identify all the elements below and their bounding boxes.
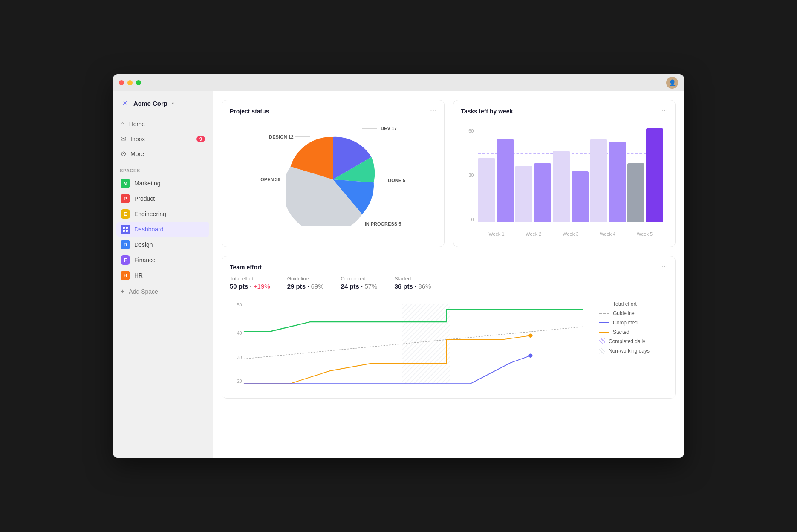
pie-label-design: DESIGN 12	[269, 133, 312, 141]
space-avatar-finance: F	[121, 255, 130, 265]
space-label-engineering: Engineering	[134, 211, 166, 217]
svg-text:50: 50	[237, 303, 242, 307]
sidebar-item-inbox[interactable]: ✉ Inbox 9	[116, 131, 209, 146]
stat-completed-label: Completed	[341, 276, 378, 282]
bar-group-week5	[627, 128, 663, 222]
space-label-finance: Finance	[134, 257, 156, 263]
bar-week2-2	[534, 163, 551, 222]
project-status-title: Project status	[230, 108, 436, 115]
x-label-week2: Week 2	[515, 231, 552, 237]
minimize-button[interactable]	[127, 80, 133, 85]
space-label-product: Product	[134, 195, 155, 202]
bar-week4-1	[590, 139, 607, 222]
add-space-label: Add Space	[129, 288, 158, 295]
space-avatar-dashboard	[121, 225, 130, 234]
top-row: Project status ···	[222, 100, 676, 247]
line-chart-svg: 50 40 30 20	[230, 297, 591, 390]
project-status-card: Project status ···	[222, 100, 445, 247]
space-label-dashboard: Dashboard	[134, 226, 164, 233]
company-name: Acme Corp	[133, 100, 167, 107]
inbox-icon: ✉	[121, 135, 126, 143]
x-labels: Week 1 Week 2 Week 3 Week 4 Week 5	[478, 231, 664, 237]
space-avatar-product: P	[121, 194, 130, 203]
space-item-dashboard[interactable]: Dashboard	[116, 222, 209, 237]
space-item-finance[interactable]: F Finance	[116, 252, 209, 268]
sidebar-item-home[interactable]: ⌂ Home	[116, 117, 209, 131]
team-effort-menu[interactable]: ···	[661, 263, 668, 271]
bar-group-week2	[515, 163, 551, 222]
team-effort-card: Team effort ··· Total effort 50 pts · +1…	[222, 256, 676, 399]
add-space-icon: +	[121, 288, 124, 295]
maximize-button[interactable]	[136, 80, 141, 85]
legend-completed-daily: Completed daily	[599, 338, 667, 344]
bar-group-week1	[478, 139, 514, 222]
legend-label-completed: Completed	[613, 320, 638, 326]
svg-rect-0	[123, 227, 125, 229]
spaces-header: Spaces	[113, 161, 213, 176]
bar-week5-2	[646, 128, 663, 222]
inbox-badge: 9	[196, 136, 205, 142]
sidebar-item-more[interactable]: ⊙ More	[116, 146, 209, 161]
line-chart-wrapper: 50 40 30 20	[230, 297, 667, 390]
bar-week5-1	[627, 163, 644, 222]
legend-guideline: Guideline	[599, 310, 667, 316]
stat-guideline-label: Guideline	[287, 276, 324, 282]
legend-line-started	[599, 332, 609, 332]
tasks-menu[interactable]: ···	[661, 107, 668, 115]
star-icon: ✳	[122, 98, 128, 108]
stat-guideline-value: 29 pts · 69%	[287, 283, 324, 290]
space-item-product[interactable]: P Product	[116, 191, 209, 206]
svg-rect-2	[123, 230, 125, 232]
add-space-button[interactable]: + Add Space	[116, 285, 209, 298]
app-window: 👤 ✳ Acme Corp ▾ ⌂ Home ✉ Inbox 9	[113, 74, 684, 458]
bar-week2-1	[515, 166, 532, 222]
bar-week3-1	[553, 151, 570, 222]
pie-chart-container: DEV 17 DONE 5 IN PROGRESS 5 OPEN 36	[230, 120, 436, 239]
legend-label-started: Started	[613, 329, 630, 335]
legend-started: Started	[599, 329, 667, 335]
y-label-60: 60	[468, 128, 474, 133]
stat-started: Started 36 pts · 86%	[394, 276, 431, 290]
home-icon: ⌂	[121, 120, 125, 128]
spaces-list: M Marketing P Product E Engineering	[113, 176, 213, 283]
line-chart-area: 50 40 30 20	[230, 297, 591, 390]
space-label-design: Design	[134, 241, 153, 248]
sidebar-logo[interactable]: ✳ Acme Corp ▾	[113, 98, 213, 117]
svg-text:20: 20	[237, 379, 242, 384]
legend-line-total	[599, 304, 609, 304]
chevron-down-icon: ▾	[172, 101, 174, 106]
pie-label-inprogress: IN PROGRESS 5	[365, 221, 401, 226]
legend-hatch-completed	[599, 338, 605, 344]
pie-label-dev: DEV 17	[362, 124, 397, 133]
bars-container	[478, 128, 664, 222]
titlebar: 👤	[113, 74, 684, 91]
sidebar-nav: ⌂ Home ✉ Inbox 9 ⊙ More	[113, 117, 213, 161]
project-status-menu[interactable]: ···	[430, 107, 437, 115]
bar-week3-2	[572, 171, 589, 222]
user-avatar[interactable]: 👤	[666, 77, 678, 89]
app-body: ✳ Acme Corp ▾ ⌂ Home ✉ Inbox 9 ⊙ More	[113, 91, 684, 458]
space-item-engineering[interactable]: E Engineering	[116, 206, 209, 222]
space-item-marketing[interactable]: M Marketing	[116, 176, 209, 191]
space-item-hr[interactable]: H HR	[116, 268, 209, 283]
bar-group-week3	[553, 151, 589, 222]
bar-group-week4	[590, 139, 626, 222]
x-label-week1: Week 1	[478, 231, 515, 237]
space-item-design[interactable]: D Design	[116, 237, 209, 252]
sidebar-item-inbox-label: Inbox	[130, 136, 145, 142]
space-label-marketing: Marketing	[134, 180, 160, 187]
stat-completed: Completed 24 pts · 57%	[341, 276, 378, 290]
stat-total-label: Total effort	[230, 276, 270, 282]
more-icon: ⊙	[121, 150, 126, 158]
svg-point-15	[528, 354, 532, 358]
main-content: Project status ···	[213, 91, 684, 458]
bar-week1-1	[478, 158, 495, 222]
svg-rect-1	[126, 227, 128, 229]
svg-rect-12	[402, 304, 450, 384]
logo-icon: ✳	[120, 98, 130, 108]
pie-chart	[286, 133, 380, 226]
close-button[interactable]	[119, 80, 124, 85]
stat-started-label: Started	[394, 276, 431, 282]
y-label-30: 30	[468, 173, 474, 178]
sidebar-item-home-label: Home	[129, 121, 145, 127]
